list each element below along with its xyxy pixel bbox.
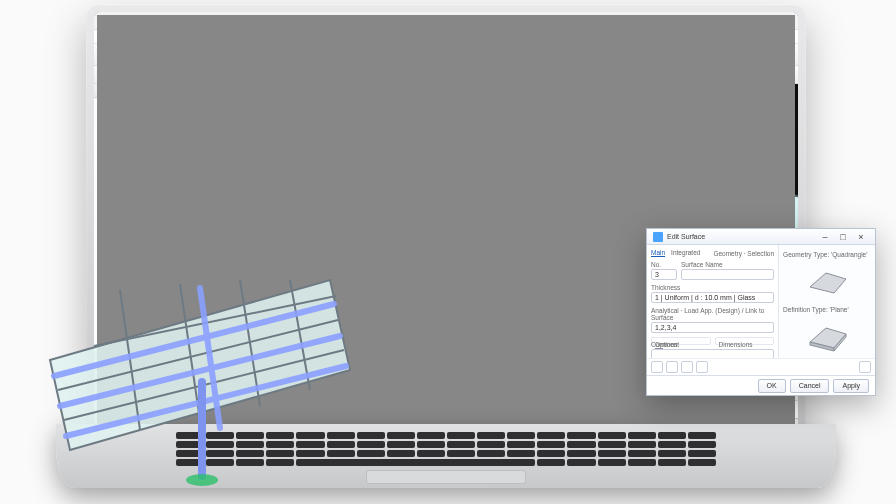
ok-button[interactable]: OK bbox=[758, 379, 786, 393]
geom-thumb-icon bbox=[804, 267, 850, 297]
dlg-action-next[interactable] bbox=[666, 361, 678, 373]
dlg-action-info[interactable] bbox=[859, 361, 871, 373]
dialog-section-label: Geometry · Selection bbox=[713, 250, 774, 257]
dialog-app-icon bbox=[653, 232, 663, 242]
edit-surface-dialog: Edit Surface – □ × Main Integrated Geome… bbox=[646, 228, 876, 396]
trackpad bbox=[366, 470, 526, 484]
surface-name-input[interactable] bbox=[681, 269, 774, 280]
comment-input[interactable] bbox=[651, 349, 774, 358]
no-label: No. bbox=[651, 261, 677, 268]
dlg-action-help[interactable] bbox=[696, 361, 708, 373]
svg-marker-20 bbox=[810, 273, 846, 293]
dialog-maximize-icon[interactable]: □ bbox=[835, 231, 851, 243]
cancel-button[interactable]: Cancel bbox=[790, 379, 830, 393]
dialog-title: Edit Surface bbox=[667, 233, 705, 240]
tab-main[interactable]: Main bbox=[651, 249, 665, 257]
geom-type-label: Geometry Type: 'Quadrangle' bbox=[783, 251, 867, 258]
dialog-minimize-icon[interactable]: – bbox=[817, 231, 833, 243]
dlg-action-pick[interactable] bbox=[681, 361, 693, 373]
tab-integrated[interactable]: Integrated bbox=[671, 249, 700, 257]
tbl-mode-8[interactable] bbox=[318, 358, 332, 372]
thickness-input[interactable]: 1 | Uniform | d : 10.0 mm | Glass bbox=[651, 292, 774, 303]
dlg-action-prev[interactable] bbox=[651, 361, 663, 373]
boundary-lines-input[interactable]: 1,2,3,4 bbox=[651, 322, 774, 333]
thick-thumb-icon bbox=[804, 322, 850, 352]
dialog-tabs: Main Integrated bbox=[651, 249, 700, 257]
dialog-titlebar[interactable]: Edit Surface – □ × bbox=[647, 229, 875, 245]
comment-label: Comment bbox=[651, 341, 774, 348]
dialog-close-icon[interactable]: × bbox=[853, 231, 869, 243]
apply-button[interactable]: Apply bbox=[833, 379, 869, 393]
keyboard bbox=[176, 432, 716, 466]
dialog-left-pane: Main Integrated Geometry · Selection No.… bbox=[647, 245, 779, 358]
dialog-preview-pane: Geometry Type: 'Quadrangle' Definition T… bbox=[779, 245, 875, 358]
analytical-label: Analytical · Load App. (Design) / Link t… bbox=[651, 307, 774, 321]
surface-name-label: Surface Name bbox=[681, 261, 774, 268]
laptop-deck bbox=[56, 424, 836, 488]
thickness-label: Thickness bbox=[651, 284, 774, 291]
no-input[interactable]: 3 bbox=[651, 269, 677, 280]
thick-type-label: Definition Type: 'Plane' bbox=[783, 306, 849, 313]
